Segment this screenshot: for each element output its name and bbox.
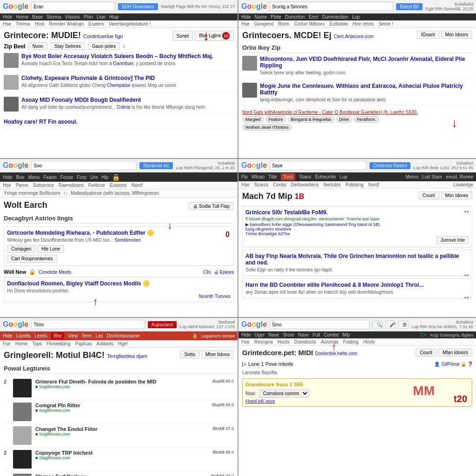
nav-las-5[interactable]: Las [96, 333, 103, 338]
nav-lodstam-4[interactable]: Lod Stam [422, 174, 442, 179]
nav-title-4[interactable]: Title [268, 174, 277, 179]
nav-emri-2[interactable]: Emri [309, 14, 318, 20]
main-result-title-3[interactable]: Girtcoorle Moindeling Rieheara. - Public… [7, 230, 231, 236]
nav-srore-6[interactable]: Srore [283, 332, 294, 337]
nav-term-5[interactable]: Term [81, 333, 92, 338]
sotto-btn-5[interactable]: Sotto [180, 350, 199, 358]
nav-nave-6[interactable]: Nave [268, 332, 279, 337]
cart-btn-3[interactable]: Cart Roupnontemes [7, 255, 57, 263]
search-input-1[interactable] [31, 2, 115, 11]
floertl-link-6[interactable]: Floertl Mll. eove [245, 399, 275, 403]
nav-phin-1[interactable]: Phin [84, 14, 93, 20]
nav-fearin-3[interactable]: Fearin [43, 175, 56, 180]
search-button-1[interactable]: SDH Drvenbers [118, 3, 158, 10]
nav-view-5[interactable]: View [68, 333, 78, 338]
page-link-1[interactable]: Contintuerlue lign [83, 33, 123, 39]
hlelone-btn-3[interactable]: Hle Lone [37, 245, 64, 253]
sponsored-link-2[interactable]: Nord Gals withAraetools cl Ractleme - Ca… [242, 110, 472, 115]
nav-full-6[interactable]: Full [312, 332, 320, 337]
result-link-4-0a[interactable]: ▶ baonolbors lrnhe siggo (l2fereaaentoln… [245, 222, 469, 227]
nav-forp-3[interactable]: Forp [77, 175, 87, 180]
nvon-btn[interactable]: Nvon [28, 42, 47, 50]
expand-icon-6[interactable]: ▷ [242, 361, 246, 367]
search-input-6[interactable] [270, 320, 370, 329]
iflse-btn-1[interactable]: Iflse Lgjins 12 [195, 31, 234, 41]
nav-hide-5[interactable]: Hide [3, 333, 13, 338]
sodia-btn-3[interactable]: 🖨 Sodia Tull Flap [189, 202, 234, 210]
nav-dochn-5[interactable]: Dochnrtasname [107, 333, 140, 338]
nav-mip-6[interactable]: Mip [343, 332, 350, 337]
nav-fonse-3[interactable]: Fonse [60, 175, 73, 180]
count-btn-4[interactable]: Count [418, 192, 439, 199]
search-icon-btn-6[interactable]: 🔍 [372, 321, 383, 329]
gaun-btn[interactable]: Gaun poles [88, 42, 120, 50]
nav-ure-3[interactable]: Ure [90, 175, 98, 180]
clls-3[interactable]: Clls [203, 270, 211, 275]
nav-fle-4[interactable]: Fle [241, 174, 248, 179]
list-title-5-3[interactable]: Copoyoge TRP Inichest [35, 450, 209, 456]
result-link-4-0b[interactable]: lupig.rdcgmmm eloeltnre [245, 227, 469, 231]
result-title-4-2[interactable]: Harn the BD Coonbiter elllle Plenihcoed … [245, 282, 469, 288]
result-link-4-0c[interactable]: Trinhe Bonaelgie 63The [245, 231, 469, 236]
list-title-5-0[interactable]: Grimrore Flul Dineth- Folnola de postide… [35, 379, 208, 384]
list-title-5-1[interactable]: Comgrat Pln Rilter [35, 403, 208, 408]
nav-plote-2[interactable]: Plote [271, 14, 281, 20]
nav-hide-3[interactable]: Hide [3, 175, 13, 180]
eplees-3[interactable]: 🖨 Eplees [214, 270, 234, 275]
nav-llomlts-5[interactable]: Llomlts [16, 333, 31, 338]
nav-contire-6[interactable]: Contire [324, 332, 339, 337]
search-input-3[interactable] [31, 161, 137, 170]
nav-nome-2[interactable]: Nome [255, 14, 267, 20]
search-button-5[interactable]: Aujoscient [148, 321, 177, 328]
nav-uger-6[interactable]: Uger [255, 332, 265, 337]
result-title-4-1[interactable]: AB bay Flnp Nearla Molvrala. Thile Ore G… [245, 253, 469, 266]
mfan-btn-6[interactable]: Mfan Idoiors [438, 349, 472, 357]
page-link-2[interactable]: Clert.Antecore.com [334, 34, 374, 39]
result-title-4-0[interactable]: Grinlcore SI0r TestablBe FoM9. [245, 209, 469, 216]
result-title-2-0[interactable]: Milcoontons. Jum VEID Doefrhirared Flelr… [260, 56, 472, 69]
nav-hlup-1[interactable]: Hlup [109, 14, 119, 20]
nav-wloao-4[interactable]: Wloao [251, 174, 264, 179]
conolote-link-3[interactable]: Conolote Meets [39, 270, 71, 275]
nav-tone-4[interactable]: Tone [281, 173, 296, 180]
comslons-select-6[interactable]: Comslons comrm [259, 389, 309, 398]
nav-hide-2[interactable]: Hide [241, 14, 251, 20]
list-title-5-4[interactable]: Change Farf Brokuse [35, 474, 207, 476]
sonet-btn-1[interactable]: Sonet [172, 31, 193, 41]
nav-eu-4[interactable]: Euheunite [315, 174, 336, 179]
nav-home-1[interactable]: Home [16, 14, 29, 20]
mheriidons-btn-5[interactable]: Mher Iidons [201, 350, 234, 358]
nuvnth-3[interactable]: Nuvnth Tunvws [7, 294, 231, 299]
search-input-2[interactable] [270, 2, 393, 11]
nav-hide-1[interactable]: Hide [3, 14, 13, 20]
nav-memo-4[interactable]: Memo [405, 174, 418, 179]
chip-2-5[interactable]: Wnthen Jeoel IThmtors [242, 124, 292, 131]
chip-2-2[interactable]: Bongarst & lHeguelas [288, 116, 335, 123]
search-button-4[interactable]: Crmimee Reemi [370, 162, 410, 169]
nav-gummection-2[interactable]: Gummection [322, 14, 348, 20]
nav-stunna-1[interactable]: Stunna [46, 14, 61, 20]
search-button-2[interactable]: Bdeyt BII [396, 3, 423, 10]
search-input-4[interactable] [270, 161, 367, 170]
nav-duncriton-2[interactable]: Duncriton [285, 14, 305, 20]
page-subtitle-5[interactable]: Terrglleotiea djam [107, 353, 147, 359]
result-title-1-0[interactable]: Bye Most Boler Accesauy Violatch Suleers… [21, 53, 213, 60]
nav-hide-6[interactable]: Hide [241, 332, 251, 337]
igsant-btn[interactable]: IGsant [417, 31, 439, 39]
menu-icon-btn-6[interactable]: ☰ [398, 321, 409, 329]
nav-bhe-5[interactable]: Bhe [51, 332, 64, 339]
mic-icon-btn-6[interactable]: 🎤 [385, 321, 396, 329]
nav-meno-3[interactable]: Meno [28, 175, 40, 180]
result-title-2-1[interactable]: Mogie June the Cennlesuev. Withlass and … [260, 83, 472, 96]
nav-lup-4[interactable]: Lup [340, 174, 348, 179]
nav-lup-2[interactable]: Lup [352, 14, 360, 20]
page-link-6[interactable]: Donlonble.helte.com [315, 351, 357, 356]
search-input-5[interactable] [31, 320, 145, 329]
result-title-1-3[interactable]: Hoafoy care! RT Fin asooul. [4, 119, 234, 125]
nav-live-1[interactable]: Liue [97, 14, 106, 20]
nav-base-1[interactable]: Base [32, 14, 43, 20]
nav-leerts-5[interactable]: Leerts [34, 333, 47, 338]
nav-nave2-6[interactable]: Nave [298, 332, 309, 337]
chip-2-3[interactable]: Drive [336, 116, 352, 123]
chip-2-4[interactable]: Feratform. [354, 116, 380, 123]
